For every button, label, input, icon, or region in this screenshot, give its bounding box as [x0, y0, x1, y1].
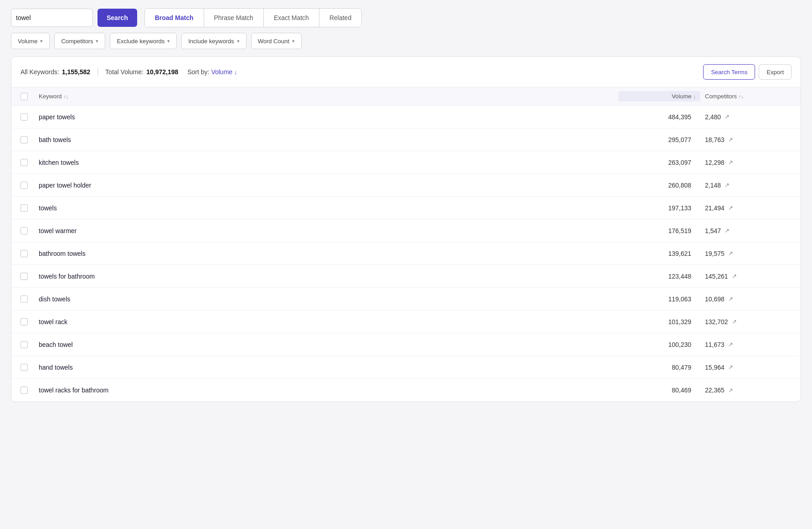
filter-competitors[interactable]: Competitors ▾: [54, 33, 105, 49]
row-checkbox[interactable]: [21, 136, 28, 143]
volume-sort-icon: ↓: [694, 94, 696, 99]
competitors-cell: 19,575 ↗: [700, 250, 791, 257]
search-button[interactable]: Search: [98, 9, 137, 27]
volume-cell: 139,621: [618, 250, 700, 257]
row-checkbox-col: [21, 341, 39, 348]
results-header: All Keywords: 1,155,582 Total Volume: 10…: [11, 57, 801, 87]
competitors-sort-icon[interactable]: ↑↓: [739, 94, 744, 99]
export-button[interactable]: Export: [759, 64, 791, 80]
sort-by: Sort by: Volume ↓: [187, 68, 237, 76]
row-checkbox-col: [21, 250, 39, 257]
external-link-icon[interactable]: ↗: [728, 341, 733, 348]
row-checkbox[interactable]: [21, 387, 28, 394]
row-checkbox[interactable]: [21, 250, 28, 257]
competitors-cell: 2,480 ↗: [700, 113, 791, 121]
row-checkbox-col: [21, 159, 39, 166]
filter-volume[interactable]: Volume ▾: [11, 33, 50, 49]
keyword-cell: kitchen towels: [39, 153, 618, 172]
keyword-cell: bathroom towels: [39, 244, 618, 263]
keyword-cell: bath towels: [39, 131, 618, 149]
table-row: paper towels 484,395 2,480 ↗: [11, 106, 801, 128]
row-checkbox-col: [21, 364, 39, 371]
volume-column-header[interactable]: Volume ↓: [618, 91, 700, 102]
competitors-value: 19,575: [705, 250, 725, 257]
row-checkbox-col: [21, 227, 39, 234]
volume-cell: 119,063: [618, 295, 700, 303]
competitors-value: 21,494: [705, 204, 725, 212]
competitors-value: 10,698: [705, 295, 725, 303]
top-bar: towel × Search Broad Match Phrase Match …: [0, 0, 812, 33]
volume-cell: 123,448: [618, 273, 700, 280]
volume-cell: 263,097: [618, 159, 700, 166]
competitors-value: 1,547: [705, 227, 721, 234]
row-checkbox[interactable]: [21, 318, 28, 326]
external-link-icon[interactable]: ↗: [728, 364, 733, 371]
table-row: towels 197,133 21,494 ↗: [11, 197, 801, 219]
select-all-checkbox[interactable]: [21, 93, 28, 100]
table-row: bath towels 295,077 18,763 ↗: [11, 128, 801, 151]
row-checkbox[interactable]: [21, 341, 28, 348]
row-checkbox[interactable]: [21, 182, 28, 189]
row-checkbox[interactable]: [21, 227, 28, 234]
tab-exact-match[interactable]: Exact Match: [264, 9, 319, 27]
chevron-down-icon: ▾: [292, 38, 295, 44]
keyword-cell: towels for bathroom: [39, 267, 618, 285]
total-volume-value: 10,972,198: [146, 68, 178, 76]
keyword-cell: towel warmer: [39, 222, 618, 240]
keyword-sort-icon[interactable]: ↑↓: [64, 94, 69, 99]
row-checkbox-col: [21, 113, 39, 121]
main-content: All Keywords: 1,155,582 Total Volume: 10…: [11, 56, 801, 402]
search-terms-button[interactable]: Search Terms: [703, 64, 755, 80]
external-link-icon[interactable]: ↗: [728, 295, 733, 302]
external-link-icon[interactable]: ↗: [728, 387, 733, 394]
external-link-icon[interactable]: ↗: [728, 204, 733, 211]
volume-cell: 484,395: [618, 113, 700, 121]
competitors-value: 2,148: [705, 182, 721, 189]
external-link-icon[interactable]: ↗: [725, 113, 730, 120]
external-link-icon[interactable]: ↗: [725, 227, 730, 234]
competitors-cell: 12,298 ↗: [700, 159, 791, 166]
filter-include-keywords[interactable]: Include keywords ▾: [181, 33, 246, 49]
row-checkbox-col: [21, 182, 39, 189]
header-actions: Search Terms Export: [703, 64, 791, 80]
external-link-icon[interactable]: ↗: [728, 136, 733, 143]
search-input[interactable]: towel: [16, 14, 96, 21]
volume-cell: 260,808: [618, 182, 700, 189]
results-stats: All Keywords: 1,155,582: [21, 68, 90, 76]
external-link-icon[interactable]: ↗: [728, 159, 733, 166]
tab-broad-match[interactable]: Broad Match: [145, 9, 204, 27]
row-checkbox[interactable]: [21, 113, 28, 121]
search-box: towel ×: [11, 9, 93, 27]
volume-cell: 100,230: [618, 341, 700, 348]
table-row: towel rack 101,329 132,702 ↗: [11, 310, 801, 333]
volume-cell: 101,329: [618, 318, 700, 326]
row-checkbox[interactable]: [21, 159, 28, 166]
external-link-icon[interactable]: ↗: [732, 273, 737, 280]
row-checkbox[interactable]: [21, 295, 28, 303]
match-tabs: Broad Match Phrase Match Exact Match Rel…: [144, 8, 362, 27]
row-checkbox[interactable]: [21, 273, 28, 280]
external-link-icon[interactable]: ↗: [728, 250, 733, 257]
keyword-cell: towel rack: [39, 313, 618, 331]
sort-arrow-icon: ↓: [234, 69, 237, 76]
external-link-icon[interactable]: ↗: [725, 182, 730, 188]
row-checkbox[interactable]: [21, 364, 28, 371]
table-row: beach towel 100,230 11,673 ↗: [11, 333, 801, 356]
external-link-icon[interactable]: ↗: [732, 318, 737, 325]
filter-exclude-keywords[interactable]: Exclude keywords ▾: [110, 33, 177, 49]
sort-volume-link[interactable]: Volume ↓: [211, 68, 237, 76]
competitors-value: 11,673: [705, 341, 725, 348]
tab-phrase-match[interactable]: Phrase Match: [204, 9, 264, 27]
competitors-cell: 2,148 ↗: [700, 182, 791, 189]
competitors-value: 18,763: [705, 136, 725, 143]
competitors-value: 145,261: [705, 273, 728, 280]
volume-cell: 295,077: [618, 136, 700, 143]
row-checkbox-col: [21, 204, 39, 212]
table-row: towel warmer 176,519 1,547 ↗: [11, 219, 801, 242]
filter-word-count[interactable]: Word Count ▾: [251, 33, 302, 49]
volume-cell: 80,469: [618, 387, 700, 394]
row-checkbox[interactable]: [21, 204, 28, 212]
tab-related[interactable]: Related: [319, 9, 361, 27]
row-checkbox-col: [21, 136, 39, 143]
competitors-cell: 18,763 ↗: [700, 136, 791, 143]
